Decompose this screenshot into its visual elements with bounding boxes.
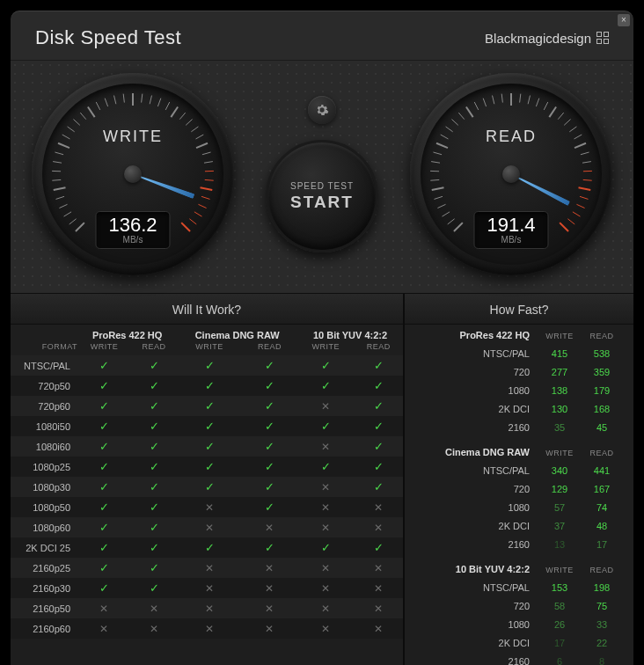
x-icon: ✕ — [265, 582, 274, 595]
table-row: 2K DCI 25✓✓✓✓✓✓ — [11, 537, 403, 558]
x-icon: ✕ — [321, 501, 330, 514]
check-icon: ✓ — [99, 440, 109, 453]
svg-line-60 — [501, 94, 502, 103]
fast-read-value: 167 — [581, 484, 623, 494]
svg-line-80 — [567, 219, 574, 224]
check-icon: ✓ — [265, 399, 274, 413]
check-cell: ✓ — [355, 436, 403, 457]
svg-line-79 — [573, 212, 581, 216]
fast-res-label: 720 — [405, 601, 538, 611]
x-icon: ✕ — [321, 623, 330, 635]
fast-section: Cinema DNG RAW WRITE READ NTSC/PAL 340 4… — [405, 442, 633, 559]
table-row: NTSC/PAL✓✓✓✓✓✓ — [11, 355, 403, 376]
fast-write-value: 138 — [538, 385, 581, 396]
check-cell: ✓ — [297, 355, 355, 376]
read-gauge: READ 191.4 MB/s — [410, 73, 612, 275]
check-icon: ✓ — [321, 359, 331, 372]
subcol-header: WRITE — [77, 340, 131, 355]
check-icon: ✓ — [150, 399, 159, 413]
check-icon: ✓ — [150, 521, 159, 534]
x-icon: ✕ — [205, 562, 214, 574]
check-icon: ✓ — [205, 440, 215, 453]
check-icon: ✓ — [205, 420, 215, 433]
will-it-work-panel: Will It Work? ProRes 422 HQCinema DNG RA… — [11, 294, 403, 665]
close-button[interactable]: × — [618, 14, 630, 26]
x-cell: ✕ — [297, 477, 355, 497]
check-icon: ✓ — [99, 501, 109, 514]
svg-line-4 — [56, 196, 65, 199]
check-cell: ✓ — [131, 416, 177, 436]
fast-res-label: NTSC/PAL — [405, 465, 538, 476]
fast-read-value: 441 — [581, 465, 623, 476]
check-cell: ✓ — [77, 477, 131, 497]
fast-read-value: 74 — [581, 502, 623, 513]
x-icon: ✕ — [99, 623, 108, 635]
fast-write-value: 6 — [538, 656, 581, 666]
fast-write-value: 37 — [538, 521, 581, 531]
check-cell: ✓ — [131, 436, 177, 457]
app-title: Disk Speed Test — [35, 26, 181, 49]
fast-write-value: 130 — [538, 404, 581, 414]
check-cell: ✓ — [177, 537, 242, 558]
x-cell: ✕ — [242, 558, 297, 578]
svg-line-59 — [493, 96, 494, 105]
svg-line-63 — [528, 96, 530, 105]
fast-col-write: WRITE — [538, 332, 581, 340]
svg-line-56 — [466, 107, 473, 118]
check-cell: ✓ — [77, 497, 131, 517]
svg-line-24 — [165, 102, 170, 110]
fast-codec-label: 10 Bit YUV 4:2:2 — [405, 564, 538, 574]
check-cell: ✓ — [355, 376, 403, 396]
subcol-header: READ — [355, 340, 403, 355]
x-cell: ✕ — [177, 618, 242, 639]
x-cell: ✕ — [131, 618, 177, 639]
table-row: 720p50✓✓✓✓✓✓ — [11, 376, 403, 396]
x-cell: ✕ — [177, 497, 242, 517]
check-cell: ✓ — [131, 477, 177, 497]
fast-read-value: 17 — [581, 539, 623, 550]
subcol-header: READ — [131, 340, 177, 355]
svg-line-25 — [171, 107, 178, 118]
x-icon: ✕ — [374, 623, 383, 635]
svg-line-1 — [70, 219, 77, 224]
check-icon: ✓ — [265, 379, 274, 392]
svg-line-31 — [202, 152, 211, 155]
x-icon: ✕ — [321, 562, 330, 574]
svg-line-18 — [114, 96, 116, 105]
x-icon: ✕ — [374, 582, 383, 595]
fast-res-label: 2K DCI — [405, 521, 538, 531]
fast-res-label: 2160 — [405, 656, 538, 666]
check-icon: ✓ — [150, 480, 159, 493]
check-cell: ✓ — [131, 497, 177, 517]
svg-line-57 — [474, 102, 479, 110]
check-cell: ✓ — [242, 436, 297, 457]
check-icon: ✓ — [150, 501, 159, 514]
check-cell: ✓ — [177, 416, 242, 436]
fast-res-label: 2K DCI — [405, 404, 538, 414]
fast-res-label: 1080 — [405, 385, 538, 396]
x-cell: ✕ — [131, 598, 177, 618]
gauge-panel: WRITE 136.2 MB/s SPEED TEST START READ — [11, 61, 633, 294]
check-cell: ✓ — [355, 396, 403, 416]
check-icon: ✓ — [321, 379, 331, 392]
fast-write-value: 415 — [538, 348, 581, 359]
svg-line-77 — [580, 196, 589, 199]
svg-line-44 — [437, 204, 445, 208]
check-icon: ✓ — [150, 359, 159, 372]
fast-res-label: 1080 — [405, 619, 538, 630]
settings-button[interactable] — [308, 96, 336, 124]
check-cell: ✓ — [77, 517, 131, 537]
codec-header: Cinema DNG RAW — [177, 325, 297, 340]
svg-line-72 — [581, 152, 589, 155]
check-icon: ✓ — [99, 480, 109, 493]
fast-write-value: 129 — [538, 484, 581, 494]
svg-line-16 — [96, 102, 100, 110]
check-cell: ✓ — [131, 396, 177, 416]
start-button[interactable]: SPEED TEST START — [266, 140, 378, 252]
check-cell: ✓ — [131, 578, 177, 598]
svg-line-40 — [181, 223, 190, 231]
check-icon: ✓ — [99, 561, 109, 574]
check-icon: ✓ — [265, 460, 274, 473]
fast-codec-label: Cinema DNG RAW — [405, 447, 538, 457]
check-icon: ✓ — [205, 399, 215, 413]
